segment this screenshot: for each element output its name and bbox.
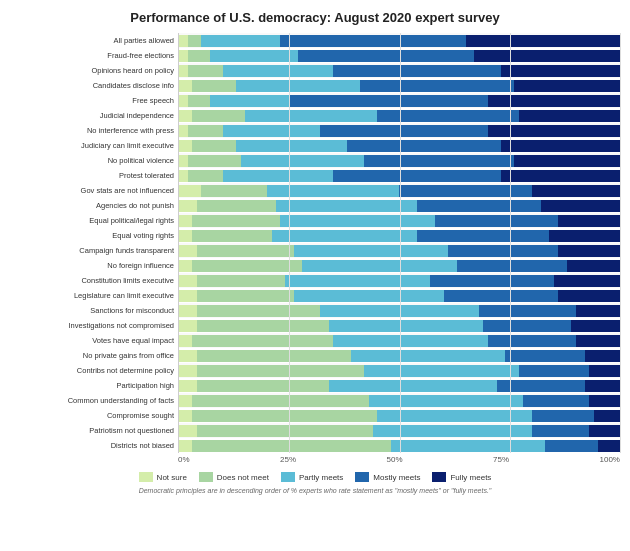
legend-color-box: [281, 472, 295, 482]
bar-segment-fully_meets: [576, 335, 620, 347]
bar-segment-not_sure: [179, 305, 197, 317]
x-axis-label: 0%: [178, 455, 190, 464]
bar-segment-mostly_meets: [430, 275, 553, 287]
bar-segment-partly_meets: [210, 50, 298, 62]
y-label: Patriotism not questioned: [10, 423, 178, 438]
bar-row: [179, 438, 620, 453]
bar-segment-fully_meets: [558, 215, 620, 227]
bar-segment-partly_meets: [210, 95, 289, 107]
bar-segment-does_not_meet: [192, 230, 271, 242]
bar-segment-does_not_meet: [188, 155, 241, 167]
bar-segment-not_sure: [179, 95, 188, 107]
bar-segment-fully_meets: [532, 185, 620, 197]
bar-segment-partly_meets: [236, 140, 346, 152]
bar-row: [179, 333, 620, 348]
footnote: Democratic principles are in descending …: [10, 487, 620, 494]
bar-segment-mostly_meets: [444, 290, 559, 302]
y-label: Fraud-free elections: [10, 48, 178, 63]
bar-segment-not_sure: [179, 440, 192, 452]
legend-label: Mostly meets: [373, 473, 420, 482]
bar-segment-not_sure: [179, 80, 192, 92]
bar-segment-not_sure: [179, 335, 192, 347]
bar-segment-does_not_meet: [192, 395, 368, 407]
bar-segment-does_not_meet: [192, 410, 377, 422]
bar-row: [179, 258, 620, 273]
bar-segment-partly_meets: [294, 290, 444, 302]
bar-segment-mostly_meets: [545, 440, 598, 452]
y-label: Campaign funds transparent: [10, 243, 178, 258]
y-label: Votes have equal impact: [10, 333, 178, 348]
bar-segment-fully_meets: [514, 80, 620, 92]
bar-segment-partly_meets: [201, 35, 280, 47]
bar-segment-partly_meets: [236, 80, 359, 92]
bar-segment-partly_meets: [369, 395, 523, 407]
bar-segment-fully_meets: [549, 230, 620, 242]
bar-segment-mostly_meets: [479, 305, 576, 317]
legend-label: Partly meets: [299, 473, 343, 482]
legend-item: Not sure: [139, 472, 187, 482]
x-axis-label: 50%: [387, 455, 403, 464]
bar-segment-partly_meets: [280, 215, 434, 227]
bar-segment-mostly_meets: [360, 80, 514, 92]
bar-segment-not_sure: [179, 410, 192, 422]
bar-segment-fully_meets: [594, 410, 620, 422]
bar-segment-partly_meets: [364, 365, 518, 377]
bar-segment-fully_meets: [474, 50, 620, 62]
bar-segment-partly_meets: [377, 410, 531, 422]
bar-segment-not_sure: [179, 230, 192, 242]
bar-segment-does_not_meet: [188, 35, 201, 47]
bar-row: [179, 33, 620, 48]
bar-segment-does_not_meet: [188, 50, 210, 62]
bar-segment-fully_meets: [514, 155, 620, 167]
bar-segment-does_not_meet: [192, 440, 390, 452]
y-label: Candidates disclose info: [10, 78, 178, 93]
bars-area: [178, 33, 620, 453]
bar-row: [179, 48, 620, 63]
bar-segment-fully_meets: [598, 440, 620, 452]
y-label: Compromise sought: [10, 408, 178, 423]
bar-segment-does_not_meet: [192, 335, 333, 347]
bar-segment-partly_meets: [276, 200, 417, 212]
legend-label: Does not meet: [217, 473, 269, 482]
bar-row: [179, 318, 620, 333]
bar-segment-fully_meets: [585, 380, 620, 392]
y-label: All parties allowed: [10, 33, 178, 48]
bar-row: [179, 408, 620, 423]
bar-row: [179, 393, 620, 408]
y-label: Free speech: [10, 93, 178, 108]
bar-segment-does_not_meet: [197, 305, 320, 317]
bar-segment-mostly_meets: [364, 155, 514, 167]
y-label: No foreign influence: [10, 258, 178, 273]
y-label: Common understanding of facts: [10, 393, 178, 408]
y-label: Sanctions for misconduct: [10, 303, 178, 318]
y-label: Equal political/legal rights: [10, 213, 178, 228]
bar-segment-not_sure: [179, 140, 192, 152]
bar-segment-mostly_meets: [519, 365, 590, 377]
bar-row: [179, 348, 620, 363]
bar-segment-mostly_meets: [417, 230, 549, 242]
bar-segment-partly_meets: [329, 320, 483, 332]
bar-segment-does_not_meet: [197, 320, 329, 332]
y-label: Judiciary can limit executive: [10, 138, 178, 153]
bar-segment-mostly_meets: [333, 65, 501, 77]
bar-segment-fully_meets: [541, 200, 620, 212]
bar-segment-fully_meets: [589, 395, 620, 407]
bar-segment-fully_meets: [558, 245, 620, 257]
bar-segment-not_sure: [179, 200, 197, 212]
legend-color-box: [139, 472, 153, 482]
bar-segment-mostly_meets: [505, 350, 584, 362]
bar-segment-does_not_meet: [192, 260, 302, 272]
bar-segment-fully_meets: [488, 95, 620, 107]
bar-segment-not_sure: [179, 125, 188, 137]
bar-segment-fully_meets: [488, 125, 620, 137]
legend-item: Mostly meets: [355, 472, 420, 482]
bar-segment-partly_meets: [267, 185, 399, 197]
bar-segment-does_not_meet: [188, 95, 210, 107]
bar-row: [179, 183, 620, 198]
bar-segment-does_not_meet: [188, 170, 223, 182]
bar-segment-does_not_meet: [188, 125, 223, 137]
chart-container: All parties allowedFraud-free electionsO…: [10, 33, 620, 494]
bar-segment-does_not_meet: [192, 80, 236, 92]
bar-segment-partly_meets: [320, 305, 479, 317]
bar-segment-fully_meets: [558, 290, 620, 302]
